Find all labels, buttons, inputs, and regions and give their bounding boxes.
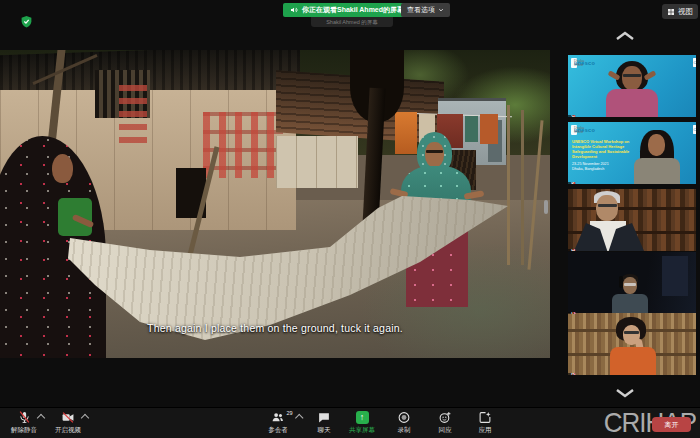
chevron-up-icon[interactable] <box>36 414 44 422</box>
unmute-button[interactable]: 解除静音 <box>11 411 37 435</box>
reactions-icon <box>439 411 452 424</box>
unesco-logo: unesco Dhaka Office <box>571 125 577 135</box>
scrollbar-handle[interactable] <box>544 200 548 214</box>
security-shield-icon[interactable] <box>20 15 33 28</box>
participant-name-label: Rabiul Islam, Bangladesh Folk Art... <box>568 249 576 251</box>
participant-name-label: norikoaikawa <box>568 373 576 375</box>
meeting-toolbar: 解除静音 开启视频 29 参会者 <box>0 407 700 438</box>
workshop-date-text: 23-25 November 2021 Dhaka, Bangladesh <box>572 162 632 167</box>
share-screen-icon: ↑ <box>356 411 369 424</box>
workshop-location: Dhaka, Bangladesh <box>572 167 604 172</box>
bookshelf <box>568 207 696 210</box>
share-screen-button[interactable]: ↑ 共享屏幕 <box>349 411 375 435</box>
participant-glasses <box>623 74 641 77</box>
bamboo-pole <box>507 105 510 265</box>
participant-name: Surobi Protyoee <box>571 115 576 117</box>
screen-watch-banner: 你正在观看Shakil Ahmed的屏幕 <box>283 3 411 17</box>
participant-headphones <box>619 276 623 288</box>
participant-body <box>634 158 680 184</box>
crihap-logo: CRIHAP <box>693 58 696 67</box>
right-house-tarp <box>276 136 358 188</box>
bamboo-pole <box>521 110 524 265</box>
wall-print-pattern <box>203 112 283 178</box>
chevron-up-icon[interactable] <box>295 414 303 422</box>
participant-tile[interactable]: unesco Dhaka Office CRIHAP Surobi Protyo… <box>568 55 696 117</box>
participant-tile[interactable]: norikoaikawa <box>568 313 696 375</box>
chat-icon <box>318 411 331 424</box>
mic-muted-icon <box>18 411 31 424</box>
participant-glasses <box>598 204 617 207</box>
reactions-label: 回应 <box>439 426 452 435</box>
view-layout-button[interactable]: 视图 <box>662 4 698 19</box>
participant-tile[interactable]: Rabiul Islam, Bangladesh Folk Art... <box>568 189 696 251</box>
participants-icon <box>271 411 286 424</box>
record-label: 录制 <box>398 426 411 435</box>
video-subtitle: Then again I place them on the ground, t… <box>0 322 550 334</box>
participant-tile[interactable]: unesco Dhaka Office CRIHAP UNESCO Virtua… <box>568 122 696 184</box>
hanging-cloth-teal <box>465 116 478 142</box>
view-options-label: 查看选项 <box>407 5 435 15</box>
hanging-cloth-orange <box>395 112 417 154</box>
crihap-logo: CRIHAP <box>693 125 696 134</box>
participants-button[interactable]: 29 参会者 <box>268 411 288 435</box>
clipped-share-notice-text: Shakil Ahmed 的屏幕 <box>326 19 378 26</box>
apps-icon <box>479 411 492 424</box>
participant-glasses <box>624 283 636 286</box>
participant-name: Kizzy Tahnin <box>571 182 576 184</box>
share-screen-label: 共享屏幕 <box>349 426 375 435</box>
unesco-logo: unesco Dhaka Office <box>571 58 577 68</box>
participants-count-badge: 29 <box>287 410 293 416</box>
participant-name: norikoaikawa <box>571 373 576 375</box>
zoom-meeting-window: 你正在观看Shakil Ahmed的屏幕 查看选项 Shakil Ahmed 的… <box>0 0 700 438</box>
unmute-label: 解除静音 <box>11 426 37 435</box>
participant-name: Rabiul Islam, Bangladesh Folk Art... <box>571 249 576 251</box>
participant-face <box>648 134 665 156</box>
banner-text: 你正在观看Shakil Ahmed的屏幕 <box>302 5 404 15</box>
view-options-button[interactable]: 查看选项 <box>401 3 450 17</box>
chat-label: 聊天 <box>318 426 331 435</box>
record-icon <box>398 411 411 424</box>
grid-icon <box>667 8 675 16</box>
unesco-office-text: Dhaka Office <box>574 126 584 134</box>
chevron-down-icon <box>438 7 444 13</box>
participant-name-label: Kizzy Tahnin <box>568 182 576 184</box>
participant-tile[interactable]: Dr Sydur Rahman Lipon <box>568 252 696 314</box>
hanging-cloth-rust <box>480 114 498 144</box>
participant-face <box>623 277 637 294</box>
participant-glasses <box>624 331 639 334</box>
start-video-label: 开启视频 <box>55 426 81 435</box>
participant-name-label: Dr Sydur Rahman Lipon <box>568 312 576 314</box>
camera-muted-icon <box>61 411 75 424</box>
chat-button[interactable]: 聊天 <box>318 411 331 435</box>
clipped-share-notice: Shakil Ahmed 的屏幕 <box>311 17 393 27</box>
shared-screen-video: Then again I place them on the ground, t… <box>0 50 550 358</box>
start-video-button[interactable]: 开启视频 <box>55 411 81 435</box>
participant-body <box>610 347 656 375</box>
left-woman-face <box>52 154 73 183</box>
right-woman-glasses <box>426 150 443 153</box>
participant-face <box>622 66 642 90</box>
participant-name-label: Surobi Protyoee <box>568 115 576 117</box>
right-woman-face <box>425 142 444 167</box>
participant-body <box>612 294 648 314</box>
thumbnails-scroll-down-icon[interactable] <box>615 388 635 399</box>
wall-print-pattern <box>119 85 147 143</box>
workshop-title-text: UNESCO Virtual Workshop on Intangible Cu… <box>572 139 632 159</box>
reactions-button[interactable]: 回应 <box>439 411 452 435</box>
participant-face <box>596 195 618 221</box>
participant-name: Dr Sydur Rahman Lipon <box>571 312 576 314</box>
apps-button[interactable]: 应用 <box>479 411 492 435</box>
unesco-office-text: Dhaka Office <box>574 59 584 67</box>
leave-meeting-button[interactable]: 离开 <box>652 417 691 432</box>
apps-label: 应用 <box>479 426 492 435</box>
record-button[interactable]: 录制 <box>398 411 411 435</box>
participants-label: 参会者 <box>268 426 288 435</box>
participant-body <box>606 89 658 117</box>
dark-window <box>662 256 688 296</box>
thumbnails-scroll-up-icon[interactable] <box>615 30 635 41</box>
view-button-label: 视图 <box>678 7 693 17</box>
speaker-icon <box>290 6 298 14</box>
chevron-up-icon[interactable] <box>81 414 89 422</box>
